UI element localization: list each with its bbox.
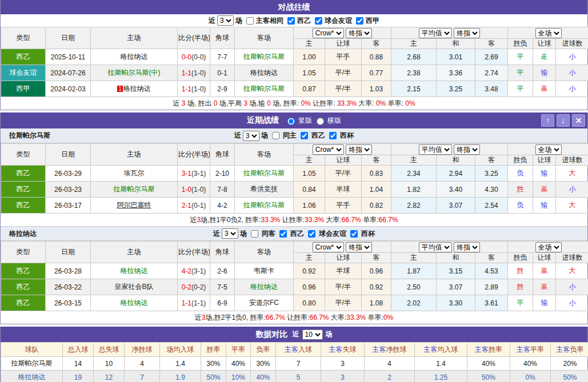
fulltime-select[interactable]: 全场 (535, 242, 562, 252)
odds-home: 1.05 (294, 65, 325, 81)
team-strip-granada: 格拉纳达 近 3 场 同客 西乙 球会友谊 西杯 (1, 226, 587, 241)
avg-away-odds: 4.30 (475, 182, 508, 198)
bookmaker-select[interactable]: Crow* (313, 242, 344, 252)
games-label: 场 (326, 329, 333, 339)
h2h-games-select[interactable]: 3 (217, 15, 234, 26)
stat-cell: 19 (63, 371, 94, 382)
average-select[interactable]: 平均值 (419, 28, 452, 38)
same-home-checkbox[interactable] (272, 132, 279, 139)
final-odds-select[interactable]: 终指 (346, 242, 372, 252)
final-odds-select[interactable]: 终指 (454, 144, 480, 155)
league-checkbox-friendly[interactable] (308, 230, 315, 238)
team-games-select[interactable]: 3 (222, 228, 238, 239)
stat-cell: 7 (125, 371, 160, 382)
avg-away-odds: 2.89 (475, 279, 508, 295)
result-goals: 小 (556, 295, 588, 311)
move-up-button[interactable]: ↑ (541, 114, 554, 127)
odds-home: 0.87 (294, 81, 325, 97)
home-team[interactable]: 拉斯帕尔马斯(中) (91, 65, 178, 81)
home-team[interactable]: 皇家社会B队 (91, 279, 178, 295)
fulltime-select[interactable]: 全场 (535, 28, 562, 38)
average-select[interactable]: 平均值 (419, 144, 452, 155)
league-badge: 球会友谊 (1, 65, 46, 81)
table-row: 西甲 2024-02-03 1格拉纳达 1-1(1-0) 2-9 拉斯帕尔马斯 … (1, 81, 588, 97)
home-team[interactable]: 格拉纳达 (91, 49, 178, 65)
stat-cell: 3 (321, 357, 365, 371)
table-row: 西乙 26-03-29 埃瓦尔 3-1(3-1) 2-10 拉斯帕尔马斯 1.0… (1, 166, 588, 182)
league-checkbox-laliga[interactable] (356, 17, 363, 25)
col-ha-goal-diff: 主客净胜球 (365, 343, 415, 357)
close-button[interactable]: ✕ (572, 114, 585, 127)
league-checkbox-copa[interactable] (350, 230, 358, 238)
home-team[interactable]: 阿尔巴塞特 (91, 198, 178, 214)
away-team[interactable]: 拉斯帕尔马斯 (235, 81, 294, 97)
comparison-games-select[interactable]: 10 (302, 329, 323, 340)
final-odds-select[interactable]: 终指 (346, 144, 372, 155)
league-badge: 西乙 (1, 49, 46, 65)
away-team[interactable]: 拉斯帕尔马斯 (235, 166, 294, 182)
home-team[interactable]: 格拉纳达 (91, 295, 178, 311)
result-handicap: 输 (533, 166, 556, 182)
league-checkbox-laliga2[interactable] (279, 230, 287, 238)
odds-handicap: 半球 (325, 263, 362, 279)
col-away: 客场 (235, 144, 294, 166)
away-team[interactable]: 格拉纳达 (235, 279, 294, 295)
result-outcome: 胜 (508, 182, 533, 198)
league-checkbox-copa[interactable] (329, 132, 337, 139)
bookmaker-select[interactable]: Crow* (313, 144, 344, 155)
away-team[interactable]: 韦斯卡 (235, 263, 294, 279)
fulltime-select[interactable]: 全场 (535, 144, 562, 155)
corners: 7-5 (210, 279, 235, 295)
league-label: 西杯 (340, 131, 354, 140)
odds-home: 1.06 (294, 198, 325, 214)
col-h: 主 (294, 39, 325, 49)
bookmaker-select[interactable]: Crow* (313, 28, 344, 38)
corners: 4-2 (210, 198, 235, 214)
league-checkbox-friendly[interactable] (315, 17, 322, 25)
final-odds-select[interactable]: 终指 (346, 28, 372, 38)
home-team[interactable]: 格拉纳达 (91, 263, 178, 279)
col-d: 和 (437, 155, 475, 166)
league-checkbox-laliga2[interactable] (301, 132, 308, 139)
away-team[interactable]: 希洪竞技 (235, 182, 294, 198)
league-badge: 西乙 (1, 166, 46, 182)
final-odds-select[interactable]: 终指 (454, 242, 480, 252)
same-home-label: 同主 (283, 131, 297, 140)
recent-title-bar: 近期战绩 竖版 横版 ↑ ↓ ✕ (1, 112, 587, 128)
away-team[interactable]: 拉斯帕尔马斯 (235, 49, 294, 65)
result-handicap: 输 (533, 295, 556, 311)
stat-cell: 10% (226, 371, 251, 382)
away-team[interactable]: 安道尔FC (235, 295, 294, 311)
league-checkbox-laliga2[interactable] (287, 17, 295, 25)
odds-handicap: 半球 (325, 182, 362, 198)
team-name[interactable]: 格拉纳达 (1, 371, 63, 382)
comparison-title-bar: 数据对比 近 10 场 (1, 327, 587, 342)
same-away-checkbox[interactable] (251, 230, 258, 238)
home-team[interactable]: 拉斯帕尔马斯 (91, 182, 178, 198)
vertical-layout-radio[interactable] (287, 118, 295, 125)
league-badge: 西乙 (1, 263, 46, 279)
away-team[interactable]: 格拉纳达 (235, 65, 294, 81)
odds-away: 0.83 (362, 166, 391, 182)
table-row: 西乙 26-03-15 格拉纳达 1-1(1-1) 6-9 安道尔FC 0.80… (1, 295, 588, 311)
result-outcome: 负 (508, 198, 533, 214)
horizontal-layout-radio[interactable] (317, 118, 324, 125)
home-team[interactable]: 1格拉纳达 (91, 81, 178, 97)
col-handicap: 让球 (325, 253, 362, 263)
col-let: 让球 (533, 253, 556, 263)
average-select[interactable]: 平均值 (419, 242, 452, 252)
home-team[interactable]: 埃瓦尔 (91, 166, 178, 182)
recent-section: 近期战绩 竖版 横版 ↑ ↓ ✕ 拉斯帕尔马斯 近 3 场 同主 西乙 西杯 (0, 112, 588, 324)
team-games-select[interactable]: 3 (243, 131, 259, 141)
stat-cell: 0% (510, 371, 551, 382)
col-loss-rate: 负率 (251, 343, 276, 357)
near-label: 近 (234, 131, 241, 140)
avg-draw-odds: 3.25 (437, 81, 475, 97)
odds-handicap: 平手 (325, 49, 362, 65)
same-home-away-checkbox[interactable] (246, 17, 254, 25)
corners: 6-9 (210, 295, 235, 311)
away-team[interactable]: 拉斯帕尔马斯 (235, 198, 294, 214)
move-down-button[interactable]: ↓ (557, 114, 570, 127)
final-odds-select[interactable]: 终指 (454, 28, 480, 38)
league-label: 球会友谊 (319, 229, 346, 239)
